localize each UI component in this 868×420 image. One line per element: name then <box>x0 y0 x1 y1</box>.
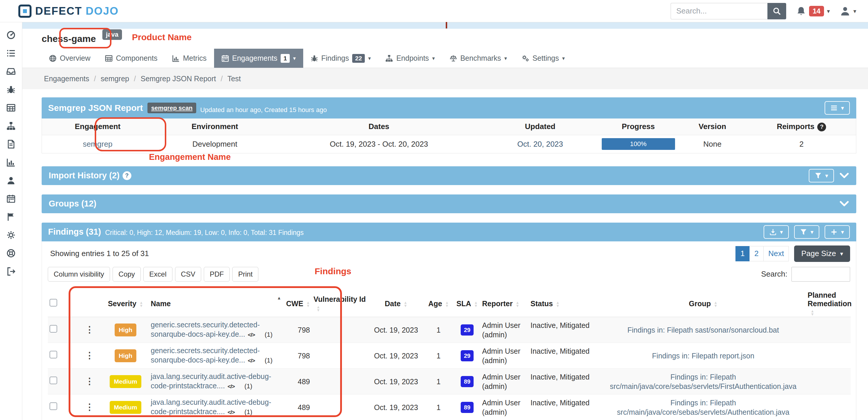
breadcrumb-item[interactable]: Engagements <box>44 74 89 83</box>
page-button-2[interactable]: 2 <box>749 246 763 261</box>
export-button-excel[interactable]: Excel <box>144 267 173 281</box>
help-icon[interactable]: ? <box>817 123 826 131</box>
row-actions-header <box>77 291 102 317</box>
column-header-sla[interactable]: SLA▲▼ <box>454 291 480 317</box>
export-button-copy[interactable]: Copy <box>113 267 141 281</box>
global-search-button[interactable] <box>767 3 786 19</box>
user-menu[interactable]: ▾ <box>840 6 856 17</box>
sidebar-item-engagements[interactable] <box>0 62 22 80</box>
sidebar-item-components[interactable] <box>0 98 22 117</box>
finding-group-link[interactable]: Findings in: Filepath src/main/java/core… <box>617 398 789 416</box>
kebab-menu-icon[interactable]: ⋮ <box>85 402 94 412</box>
column-header-cwe[interactable]: CWE▲▼ <box>282 291 312 317</box>
select-all-checkbox[interactable] <box>50 299 57 306</box>
help-icon[interactable]: ? <box>123 171 131 180</box>
sidebar-item-products[interactable] <box>0 44 22 62</box>
comment-count: (1) <box>265 331 272 338</box>
sidebar-item-users[interactable] <box>0 171 22 189</box>
findings-filter-button[interactable]: ▾ <box>794 225 819 239</box>
next-page-button[interactable]: Next <box>764 246 789 261</box>
finding-select-checkbox[interactable] <box>50 402 57 410</box>
column-header-reporter[interactable]: Reporter▲▼ <box>480 291 529 317</box>
history-icon[interactable] <box>533 409 540 417</box>
tab-benchmarks[interactable]: Benchmarks▾ <box>442 49 514 68</box>
tab-components[interactable]: Components <box>98 49 165 68</box>
sidebar-item-findings[interactable] <box>0 80 22 98</box>
history-icon[interactable] <box>533 331 540 339</box>
severity-badge: High <box>115 349 137 362</box>
severity-cell: High <box>102 317 149 343</box>
import-history-panel[interactable]: Import History (2) ? ▾ <box>42 166 856 185</box>
sidebar-item-logout[interactable] <box>0 262 22 280</box>
finding-select-checkbox[interactable] <box>50 377 57 384</box>
sidebar-item-dashboard[interactable] <box>0 26 22 44</box>
cwe-link[interactable]: 489 <box>288 403 310 412</box>
export-button-column-visibility[interactable]: Column visibility <box>48 267 110 281</box>
tab-endpoints[interactable]: Endpoints▾ <box>378 49 442 68</box>
sidebar-item-endpoints[interactable] <box>0 117 22 135</box>
kebab-menu-icon[interactable]: ⋮ <box>85 325 94 334</box>
cwe-link[interactable]: 798 <box>288 326 310 334</box>
global-search-input[interactable] <box>671 3 767 19</box>
finding-name-link[interactable]: java.lang.security.audit.active-debug-co… <box>151 372 271 390</box>
history-icon[interactable] <box>533 383 540 390</box>
breadcrumb-item[interactable]: Semgrep JSON Report <box>141 74 216 83</box>
breadcrumb-item[interactable]: semgrep <box>101 74 129 83</box>
scan-type-badge[interactable]: semgrep scan <box>148 103 196 113</box>
engagement-link[interactable]: semgrep <box>83 140 112 148</box>
sidebar-item-calendar[interactable] <box>0 189 22 208</box>
findings-export-button[interactable]: ▾ <box>764 225 789 239</box>
cwe-link[interactable]: 798 <box>288 352 310 360</box>
sla-cell: 89 <box>454 394 480 420</box>
column-header-severity[interactable]: Severity▲▼ <box>102 291 149 317</box>
column-header-planned-remediation[interactable]: Planned Remediation▲▼ <box>806 291 851 317</box>
app-logo[interactable]: DEFECTDOJO <box>18 4 119 18</box>
sidebar-item-configuration[interactable] <box>0 226 22 244</box>
column-header-group[interactable]: Group▲▼ <box>600 291 806 317</box>
add-finding-button[interactable]: ▾ <box>825 225 850 239</box>
comment-count: (1) <box>265 357 272 364</box>
finding-select-checkbox[interactable] <box>50 325 57 333</box>
updated-date-link[interactable]: Oct. 20, 2023 <box>517 140 563 148</box>
column-header-name[interactable]: Name▲ <box>149 291 282 317</box>
kebab-menu-icon[interactable]: ⋮ <box>85 351 94 360</box>
report-actions-menu-button[interactable]: ▾ <box>825 101 850 115</box>
tab-engagements[interactable]: Engagements1▾ <box>214 49 303 68</box>
main-content: chess-game java OverviewComponentsMetric… <box>22 22 868 420</box>
column-header-date[interactable]: Date▲▼ <box>369 291 423 317</box>
tab-overview[interactable]: Overview <box>42 49 98 68</box>
history-icon[interactable] <box>533 357 540 365</box>
sidebar-item-reports[interactable] <box>0 135 22 153</box>
finding-group-link[interactable]: Findings in: Filepath src/main/java/core… <box>610 373 797 390</box>
sidebar-item-help[interactable] <box>0 244 22 262</box>
sidebar-item-questionnaires[interactable] <box>0 208 22 226</box>
page-button-1[interactable]: 1 <box>736 246 749 261</box>
groups-panel[interactable]: Groups (12) <box>42 194 856 213</box>
notifications-menu[interactable]: 14 ▾ <box>796 6 830 17</box>
column-header-vulnerability-id[interactable]: Vulnerability Id▲▼ <box>312 291 369 317</box>
column-header-age[interactable]: Age▲▼ <box>423 291 454 317</box>
finding-group-link[interactable]: Findings in: Filepath sast/sonar/sonarcl… <box>627 326 779 334</box>
import-history-filter-button[interactable]: ▾ <box>809 169 834 182</box>
export-button-pdf[interactable]: PDF <box>204 267 229 281</box>
finding-select-checkbox[interactable] <box>50 351 57 358</box>
column-header-status[interactable]: Status▲▼ <box>529 291 600 317</box>
finding-name-link[interactable]: generic.secrets.security.detected-sonarq… <box>151 347 260 364</box>
tab-metrics[interactable]: Metrics <box>165 49 214 68</box>
tab-findings[interactable]: Findings22▾ <box>303 49 378 68</box>
page-size-button[interactable]: Page Size ▾ <box>794 245 850 262</box>
kebab-menu-icon[interactable]: ⋮ <box>85 376 94 386</box>
tab-label: Engagements <box>232 54 277 62</box>
finding-name-link[interactable]: generic.secrets.security.detected-sonarq… <box>151 321 260 338</box>
chevron-down-icon[interactable] <box>839 171 849 181</box>
sidebar-item-metrics[interactable] <box>0 153 22 171</box>
finding-name-link[interactable]: java.lang.security.audit.active-debug-co… <box>151 398 271 416</box>
chevron-down-icon[interactable] <box>839 199 849 209</box>
tab-settings[interactable]: Settings▾ <box>514 49 572 68</box>
table-search-input[interactable] <box>792 267 850 281</box>
export-button-print[interactable]: Print <box>232 267 258 281</box>
finding-group-link[interactable]: Findings in: Filepath report.json <box>652 352 754 360</box>
filter-icon <box>815 172 822 179</box>
export-button-csv[interactable]: CSV <box>175 267 201 281</box>
cwe-link[interactable]: 489 <box>288 378 310 386</box>
